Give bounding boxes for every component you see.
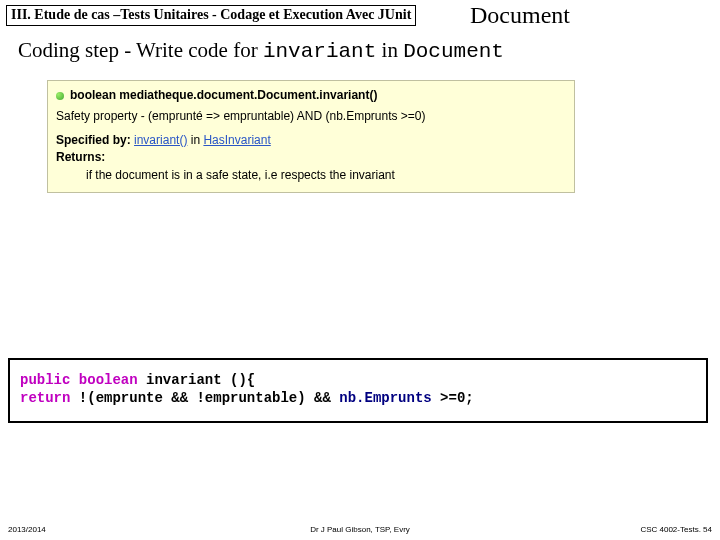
section-header-text: III. Etude de cas –Tests Unitaires - Cod… [11, 7, 411, 22]
code-l2c: && [306, 390, 340, 406]
footer-mid: Dr J Paul Gibson, TSP, Evry [0, 525, 720, 534]
code-l2d: nb.Emprunts [339, 390, 431, 406]
javadoc-specified-label: Specified by: [56, 133, 131, 147]
kw-return: return [20, 390, 70, 406]
javadoc-sig-prefix: boolean [70, 88, 119, 102]
code-box: public boolean invariant (){ return !(em… [8, 358, 708, 423]
code-l2e: >=0; [432, 390, 474, 406]
javadoc-safety: Safety property - (emprunté => empruntab… [56, 108, 566, 125]
code-line-2: return !(emprunte && !empruntable) && nb… [20, 390, 696, 408]
javadoc-specified-in: in [187, 133, 203, 147]
javadoc-specified-row: Specified by: invariant() in HasInvarian… [56, 132, 566, 149]
javadoc-sig-method: mediatheque.document.Document.invariant(… [119, 88, 377, 102]
page-title-text: Document [470, 2, 570, 28]
subtitle-mid: in [376, 38, 403, 62]
javadoc-returns-label: Returns: [56, 149, 566, 166]
javadoc-signature-row: boolean mediatheque.document.Document.in… [56, 87, 566, 104]
section-header-box: III. Etude de cas –Tests Unitaires - Cod… [6, 5, 416, 26]
javadoc-panel: boolean mediatheque.document.Document.in… [47, 80, 575, 193]
javadoc-specified-type: HasInvariant [203, 133, 270, 147]
subtitle-code2: Document [403, 40, 504, 63]
method-bullet-icon [56, 92, 64, 100]
subtitle-code1: invariant [263, 40, 376, 63]
slide: III. Etude de cas –Tests Unitaires - Cod… [0, 0, 720, 540]
kw-public: public [20, 372, 70, 388]
javadoc-signature: boolean mediatheque.document.Document.in… [70, 87, 377, 104]
javadoc-returns-text: if the document is in a safe state, i.e … [86, 167, 566, 184]
footer-right: CSC 4002-Tests. 54 [640, 525, 712, 534]
kw-boolean: boolean [70, 372, 137, 388]
javadoc-specified-link: invariant() [134, 133, 187, 147]
subtitle: Coding step - Write code for invariant i… [18, 38, 504, 63]
code-line-1: public boolean invariant (){ [20, 372, 696, 390]
code-l1c: invariant (){ [138, 372, 256, 388]
page-title: Document [470, 2, 570, 29]
code-l2b: !(emprunte && !empruntable) [70, 390, 305, 406]
subtitle-pre: Coding step - Write code for [18, 38, 263, 62]
